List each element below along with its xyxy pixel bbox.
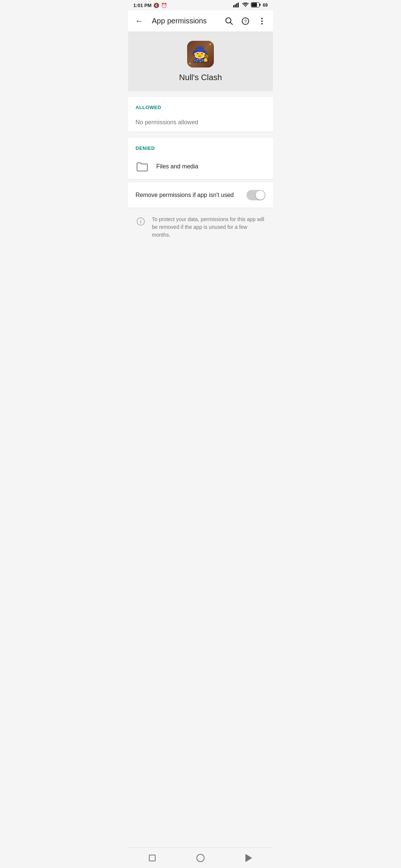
status-right: 69 [233, 2, 268, 8]
search-button[interactable] [221, 13, 237, 29]
battery-level: 69 [263, 3, 268, 8]
svg-rect-6 [251, 3, 257, 7]
remove-permissions-toggle[interactable] [247, 190, 265, 200]
status-time: 1:01 PM [133, 3, 151, 8]
files-and-media-label: Files and media [156, 163, 198, 170]
svg-rect-1 [235, 4, 236, 7]
folder-icon [136, 160, 149, 173]
mute-icon: 🔇 [153, 3, 159, 8]
allowed-section: ALLOWED No permissions allowed [128, 97, 273, 132]
info-row: i To protect your data, permissions for … [128, 208, 273, 246]
svg-text:?: ? [244, 19, 247, 24]
svg-point-12 [261, 20, 263, 22]
svg-rect-3 [238, 3, 239, 7]
toolbar: ← App permissions ? [128, 10, 273, 32]
app-icon-emoji: 🧙 [192, 47, 209, 61]
files-and-media-item[interactable]: Files and media [128, 154, 273, 180]
back-button[interactable]: ← [131, 13, 147, 29]
separator-3 [128, 180, 273, 183]
denied-section: DENIED Files and media [128, 138, 273, 180]
more-options-button[interactable] [254, 13, 270, 29]
app-icon-bg: 🧙 [187, 41, 214, 68]
app-icon: 🧙 [187, 41, 214, 68]
toolbar-actions: ? [221, 13, 270, 29]
help-button[interactable]: ? [237, 13, 254, 29]
no-permissions-text: No permissions allowed [128, 113, 273, 132]
info-description: To protect your data, permissions for th… [152, 216, 265, 239]
alarm-icon: ⏰ [161, 3, 167, 8]
wifi-icon [242, 2, 249, 8]
denied-section-header: DENIED [128, 138, 273, 154]
status-bar: 1:01 PM 🔇 ⏰ [128, 0, 273, 10]
svg-rect-2 [236, 3, 237, 7]
page-title: App permissions [149, 17, 219, 25]
separator-1 [128, 91, 273, 94]
remove-permissions-label: Remove permissions if app isn't used [136, 191, 247, 199]
status-left: 1:01 PM 🔇 ⏰ [133, 3, 167, 8]
toggle-thumb [256, 191, 265, 200]
separator-2 [128, 132, 273, 135]
app-header: 🧙 Null's Clash [128, 32, 273, 91]
remove-permissions-row: Remove permissions if app isn't used [128, 183, 273, 208]
info-icon: i [136, 216, 146, 227]
svg-rect-5 [259, 4, 260, 6]
svg-point-13 [261, 23, 263, 24]
battery-icon [251, 2, 261, 8]
svg-text:i: i [140, 219, 141, 224]
allowed-section-header: ALLOWED [128, 97, 273, 113]
svg-line-8 [231, 22, 233, 24]
signal-icon [233, 2, 240, 8]
app-name: Null's Clash [179, 73, 222, 82]
svg-point-11 [261, 18, 263, 19]
bottom-padding [128, 246, 273, 272]
svg-rect-0 [233, 5, 234, 7]
